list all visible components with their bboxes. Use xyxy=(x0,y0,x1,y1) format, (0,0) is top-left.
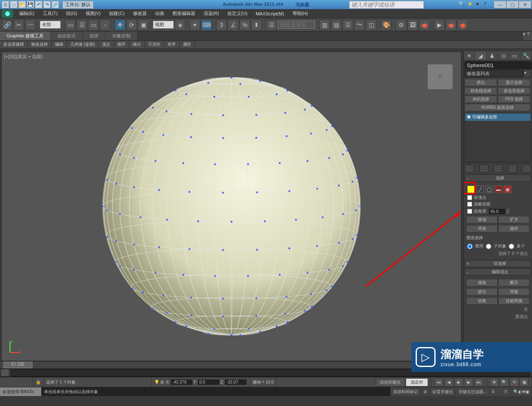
nav-zoom2-icon[interactable]: 🔍 xyxy=(513,389,518,394)
scale-tool-icon[interactable]: ▣ xyxy=(138,20,149,30)
tab-create-icon[interactable]: ☀ xyxy=(464,51,475,60)
ribbon-vertex[interactable]: 顶点 xyxy=(99,41,114,49)
help-icon[interactable]: ? xyxy=(484,1,490,8)
ribbon-vis[interactable]: 可见性 xyxy=(145,41,164,49)
ref-coord-dropdown[interactable]: 视图 xyxy=(153,21,174,29)
maxscript-label[interactable]: 欢迎使用 MAXSc xyxy=(0,387,42,396)
btn-spline-sel[interactable]: 样条线选择 xyxy=(465,87,497,95)
select-name-icon[interactable]: ☰ xyxy=(76,20,87,30)
mirror-icon[interactable]: ▥ xyxy=(319,20,330,30)
subobj-edge-icon[interactable]: ╱ xyxy=(476,186,484,193)
ribbon-geom[interactable]: 几何体 (全部) xyxy=(67,41,99,49)
menu-graph[interactable]: 图形编辑器 xyxy=(168,10,200,17)
time-slider-handle[interactable]: 0 / 100 xyxy=(3,362,32,368)
tab-display-icon[interactable]: ▭ xyxy=(509,51,520,60)
new-icon[interactable]: □ xyxy=(10,1,17,8)
manip-icon[interactable]: ✦ xyxy=(190,20,200,30)
link-icon[interactable]: 🔗 xyxy=(52,1,59,8)
percent-snap-icon[interactable]: % xyxy=(239,20,250,30)
btn-poly-sel[interactable]: 多边形选择 xyxy=(498,87,530,95)
viewport[interactable]: [+][前][真实 + 边面] 前 y x xyxy=(1,51,461,361)
expand-icon[interactable]: ▣ xyxy=(467,115,471,119)
btn-chamfer[interactable]: 切角 xyxy=(466,297,498,305)
track-config-icon[interactable] xyxy=(1,369,9,377)
iso-icon[interactable]: ⊘ xyxy=(421,387,430,396)
by-vertex-checkbox[interactable] xyxy=(467,195,472,200)
by-angle-checkbox[interactable] xyxy=(467,209,472,214)
nav-orbit-icon[interactable]: ⟲ xyxy=(510,378,519,386)
schematic-icon[interactable]: ◫ xyxy=(366,20,377,30)
btn-break[interactable]: 断开 xyxy=(498,279,530,286)
nav-pan2-icon[interactable]: ✥ xyxy=(522,389,525,394)
workspace-selector[interactable]: 工作台: 默认 xyxy=(62,1,94,9)
tab-graphite[interactable]: Graphite 建模工具 xyxy=(0,32,51,40)
tab-hierarchy-icon[interactable]: ♟ xyxy=(487,51,498,60)
tab-utilities-icon[interactable]: 🔧 xyxy=(521,51,532,60)
app-menu-icon[interactable]: ☰ xyxy=(2,1,9,8)
minimize-button[interactable]: — xyxy=(494,1,506,8)
tab-selection[interactable]: 选择 xyxy=(83,32,106,40)
menu-create[interactable]: 创建(C) xyxy=(105,10,128,17)
close-button[interactable]: ✕ xyxy=(519,1,531,8)
btn-face-sel[interactable]: 面片选择 xyxy=(498,79,530,86)
save-icon[interactable]: 💾 xyxy=(27,1,34,8)
select-icon[interactable]: ▭ xyxy=(65,20,76,30)
ignore-back-checkbox[interactable] xyxy=(467,202,472,207)
ribbon-loop[interactable]: 循环 xyxy=(114,41,129,49)
menu-group[interactable]: 组(G) xyxy=(62,10,81,17)
modifier-stack[interactable]: ▣ 可编辑多边形 xyxy=(465,113,531,163)
app-logo-icon[interactable]: ⬤ xyxy=(2,10,13,18)
window-crossing-icon[interactable]: ▫ xyxy=(100,20,111,30)
absolute-mode-icon[interactable]: ⊞ xyxy=(160,380,164,384)
btn-ffd-sel[interactable]: FFD 选择 xyxy=(498,95,530,103)
render-setup-icon[interactable]: ⚙ xyxy=(396,20,406,30)
radio-multi[interactable] xyxy=(509,244,514,249)
radio-disable[interactable] xyxy=(467,244,473,249)
menu-maxscript[interactable]: MAXScript(M) xyxy=(251,10,288,17)
coord-z[interactable]: -32.07 xyxy=(225,379,246,385)
nav-pan-icon[interactable]: ✥ xyxy=(490,378,499,386)
viewcube[interactable]: 前 xyxy=(428,64,453,89)
autokey-button[interactable]: 自动关键点 xyxy=(376,378,405,386)
menu-views[interactable]: 视图(V) xyxy=(81,10,105,17)
tab-freeform[interactable]: 自由形式 xyxy=(51,32,83,40)
spinner-arrows-icon[interactable] xyxy=(506,208,510,215)
render-iter-icon[interactable]: 🫖 xyxy=(446,20,456,30)
rotate-tool-icon[interactable]: ⟳ xyxy=(126,20,137,30)
search-icon[interactable]: 🔍 xyxy=(459,1,466,8)
nav-zoom-icon[interactable]: 🔍 xyxy=(500,378,509,386)
open-icon[interactable]: 📂 xyxy=(18,1,26,8)
rollout-softsel-header[interactable]: + 软选择 xyxy=(465,260,531,267)
rollout-editvert-header[interactable]: - 编辑顶点 xyxy=(465,268,531,276)
viewport-label[interactable]: [+][前][真实 + 边面] xyxy=(4,54,42,60)
selset-dropdown[interactable]: 选定对 xyxy=(406,378,428,386)
curve-editor-icon[interactable]: 〜 xyxy=(354,20,365,30)
unlink-tool-icon[interactable]: ✂ xyxy=(13,20,24,30)
btn-extrude[interactable]: 挤出 xyxy=(465,79,497,86)
ribbon-help-icon[interactable]: ? xyxy=(527,32,530,40)
coord-x[interactable]: -42.378 xyxy=(171,379,192,385)
maximize-button[interactable]: ▢ xyxy=(506,1,519,8)
goto-end-icon[interactable]: ⏭ xyxy=(474,378,483,386)
time-config-icon[interactable]: ⏱ xyxy=(504,389,508,394)
sphere-mesh[interactable] xyxy=(96,71,367,341)
snap-2d-icon[interactable]: 3 xyxy=(216,20,227,30)
btn-loop[interactable]: 循环 xyxy=(498,225,530,232)
show-end-icon[interactable] xyxy=(479,164,488,173)
ribbon-modsel[interactable]: 修改选择 xyxy=(28,41,52,49)
radio-subobj[interactable] xyxy=(486,244,491,249)
menu-help[interactable]: 帮助(H) xyxy=(288,10,312,17)
addtime-button[interactable]: 添加时间标记 xyxy=(391,387,421,396)
next-frame-icon[interactable]: ▶ xyxy=(464,378,473,386)
modifier-config-icon[interactable]: ▾ xyxy=(524,70,531,77)
btn-nurbs-sel[interactable]: NURBS 曲面选择 xyxy=(465,104,530,111)
keyfilter-button[interactable]: 关键点过滤器... xyxy=(456,387,490,396)
ribbon-subdiv[interactable]: 细分 xyxy=(129,41,145,49)
undo-icon[interactable]: ↶ xyxy=(35,1,42,8)
comm-icon[interactable]: ⚡ xyxy=(467,1,474,8)
tab-modify-icon[interactable]: ◢ xyxy=(475,51,486,60)
render-prod-icon[interactable]: ▶ xyxy=(434,20,445,30)
subobj-vertex-icon[interactable]: ⋮ xyxy=(467,186,475,193)
layer-icon[interactable]: ☰ xyxy=(342,20,353,30)
link-tool-icon[interactable]: 🔗 xyxy=(2,20,12,30)
